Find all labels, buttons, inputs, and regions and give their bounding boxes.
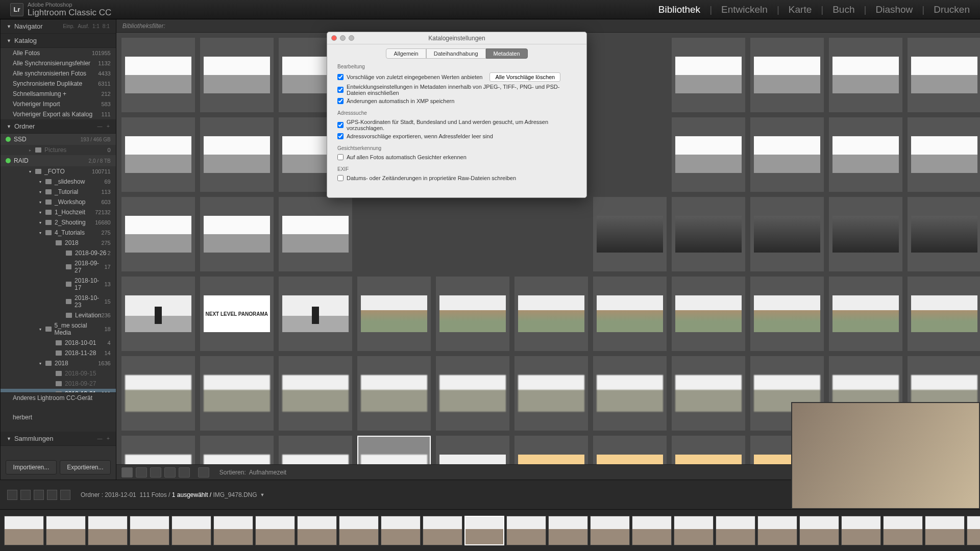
view-loupe-icon[interactable] <box>136 467 147 478</box>
grid-cell[interactable] <box>593 356 667 431</box>
cb-suggestions[interactable] <box>337 74 344 80</box>
cb-faces[interactable] <box>337 154 344 160</box>
grid-cell[interactable] <box>514 436 588 464</box>
grid-cell[interactable] <box>908 117 980 192</box>
module-slideshow[interactable]: Diashow <box>875 4 913 15</box>
grid-cell[interactable] <box>514 356 588 431</box>
filmstrip-thumb[interactable] <box>883 516 923 545</box>
filmstrip-thumb[interactable] <box>548 516 588 545</box>
filmstrip-thumb[interactable] <box>172 516 211 545</box>
status-icon[interactable] <box>47 490 57 500</box>
tab-general[interactable]: Allgemein <box>386 48 426 59</box>
folder-row[interactable]: 2018-10-014 <box>1 338 116 348</box>
catalog-header[interactable]: ▼ Katalog <box>1 34 116 48</box>
nav-mode-8-1[interactable]: 8:1 <box>103 23 110 29</box>
cb-xmp[interactable] <box>337 98 344 104</box>
grid-cell[interactable] <box>593 436 667 464</box>
grid-cell[interactable] <box>672 38 745 112</box>
filmstrip-thumb[interactable] <box>925 516 965 545</box>
drive-row[interactable]: SSD193 / 466 GB <box>1 134 116 145</box>
module-library[interactable]: Bibliothek <box>658 4 700 15</box>
dropdown-icon[interactable]: ▼ <box>260 492 265 497</box>
grid-cell[interactable] <box>200 356 274 431</box>
painter-icon[interactable] <box>198 467 209 478</box>
folder-row[interactable]: 2018-09-15 <box>1 368 116 379</box>
grid-cell[interactable] <box>750 117 824 192</box>
herbert-row[interactable]: herbert <box>1 412 116 422</box>
grid-cell[interactable] <box>200 38 274 112</box>
tab-filehandling[interactable]: Dateihandhabung <box>426 48 486 59</box>
grid-cell[interactable] <box>436 277 509 351</box>
folder-row[interactable]: ▾_slideshow69 <box>1 177 116 187</box>
view-people-icon[interactable] <box>179 467 190 478</box>
grid-cell[interactable] <box>121 38 195 112</box>
nav-mode-fit[interactable]: Einp. <box>63 23 75 29</box>
grid-cell[interactable] <box>121 356 195 431</box>
view-compare-icon[interactable] <box>150 467 161 478</box>
grid-cell[interactable] <box>200 117 274 192</box>
nav-mode-1-1[interactable]: 1:1 <box>92 23 100 29</box>
import-button[interactable]: Importieren... <box>6 460 57 474</box>
grid-cell[interactable] <box>279 436 352 464</box>
grid-cell[interactable] <box>357 277 431 351</box>
grid-cell[interactable] <box>593 197 667 271</box>
filmstrip-thumb[interactable] <box>464 516 504 545</box>
filmstrip-thumb[interactable] <box>841 516 881 545</box>
catalog-item[interactable]: Schnellsammlung +212 <box>1 89 116 99</box>
catalog-item[interactable]: Vorheriger Export als Katalog111 <box>1 109 116 119</box>
grid-cell[interactable] <box>829 277 902 351</box>
other-device-row[interactable]: Anderes Lightroom CC-Gerät <box>1 393 116 403</box>
filmstrip-thumb[interactable] <box>213 516 253 545</box>
folder-row[interactable]: ▾5_me social Media18 <box>1 320 116 338</box>
folder-row[interactable]: 2018-11-2814 <box>1 348 116 358</box>
grid-cell[interactable] <box>436 356 509 431</box>
filmstrip-thumb[interactable] <box>506 516 546 545</box>
folder-row[interactable]: Levitation236 <box>1 310 116 320</box>
cb-exif[interactable] <box>337 175 344 181</box>
filmstrip-thumb[interactable] <box>423 516 462 545</box>
folder-row[interactable]: 2018-09-262 <box>1 248 116 258</box>
filmstrip-thumb[interactable] <box>632 516 672 545</box>
grid-cell[interactable] <box>908 38 980 112</box>
grid-cell[interactable] <box>672 117 745 192</box>
filmstrip-thumb[interactable] <box>130 516 169 545</box>
grid-cell[interactable] <box>279 277 352 351</box>
folder-row[interactable]: ▾_Workshop603 <box>1 197 116 207</box>
filmstrip-thumb[interactable] <box>674 516 714 545</box>
grid-cell[interactable] <box>279 356 352 431</box>
module-map[interactable]: Karte <box>789 4 812 15</box>
grid-cell[interactable] <box>672 436 745 464</box>
grid-cell[interactable] <box>750 38 824 112</box>
folder-row[interactable]: ▾4_Tutorials275 <box>1 228 116 238</box>
folder-row[interactable]: 2018275 <box>1 238 116 248</box>
folder-row[interactable]: ▾_Tutorial113 <box>1 187 116 197</box>
grid-cell[interactable] <box>829 117 902 192</box>
module-book[interactable]: Buch <box>832 4 854 15</box>
folder-row[interactable]: 2018-09-2717 <box>1 258 116 276</box>
clear-suggestions-button[interactable]: Alle Vorschläge löschen <box>489 72 560 82</box>
filmstrip-thumb[interactable] <box>297 516 337 545</box>
folder-row[interactable]: ▾20181636 <box>1 358 116 368</box>
folder-row[interactable]: ▸Pictures0 <box>1 145 116 155</box>
navigator-header[interactable]: ▼ Navigator Einp. Ausf. 1:1 8:1 <box>1 19 116 34</box>
dialog-titlebar[interactable]: Katalogeinstellungen <box>327 32 586 44</box>
folder-row[interactable]: ▾2_Shooting16680 <box>1 217 116 228</box>
status-icon[interactable] <box>34 490 44 500</box>
view-survey-icon[interactable] <box>164 467 176 478</box>
filmstrip-thumb[interactable] <box>255 516 295 545</box>
grid-cell[interactable] <box>672 356 745 431</box>
collections-header[interactable]: ▼ Sammlungen — + <box>1 432 116 446</box>
filmstrip-thumb[interactable] <box>590 516 630 545</box>
filmstrip-thumb[interactable] <box>757 516 797 545</box>
grid-cell[interactable] <box>121 277 195 351</box>
folder-row[interactable]: 2018-12-01111 <box>1 389 116 392</box>
grid-cell[interactable] <box>750 197 824 271</box>
grid-cell[interactable] <box>514 277 588 351</box>
export-button[interactable]: Exportieren... <box>60 460 111 474</box>
grid-cell[interactable] <box>593 277 667 351</box>
filmstrip-thumb[interactable] <box>716 516 755 545</box>
filmstrip[interactable] <box>0 509 980 551</box>
folder-row[interactable]: 2018-09-27 <box>1 379 116 389</box>
cb-gps[interactable] <box>337 122 344 128</box>
filmstrip-thumb[interactable] <box>339 516 379 545</box>
